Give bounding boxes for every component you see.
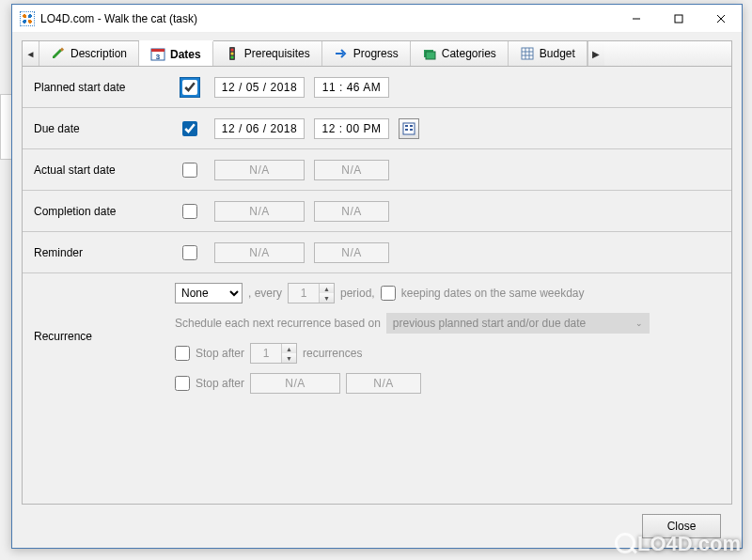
spinner-down-icon[interactable]: ▼ [282, 353, 296, 363]
tab-label: Dates [170, 48, 201, 61]
stop-after-count-label: Stop after [196, 347, 244, 360]
folder-icon [422, 46, 437, 61]
tab-label: Prerequisites [244, 47, 310, 60]
svg-text:3: 3 [156, 53, 161, 61]
stop-after-time[interactable]: N/A [346, 373, 421, 394]
calendar-icon: 3 [150, 47, 165, 62]
tab-scroll-right[interactable]: ▶ [588, 41, 604, 66]
tab-budget[interactable]: Budget [509, 41, 588, 66]
tab-label: Description [70, 47, 127, 60]
svg-rect-13 [426, 52, 435, 59]
svg-rect-19 [403, 123, 415, 134]
svg-rect-22 [405, 129, 408, 131]
recurrence-schedule-label: Schedule each next recurrence based on [175, 317, 381, 330]
spinner-down-icon[interactable]: ▼ [320, 293, 334, 303]
recurrence-frequency-select[interactable]: None [175, 283, 243, 303]
svg-point-9 [230, 48, 233, 51]
tab-description[interactable]: Description [39, 41, 139, 66]
stop-after-date-label: Stop after [196, 377, 244, 390]
completion-checkbox[interactable] [182, 204, 197, 219]
planned-start-checkbox[interactable] [182, 80, 197, 95]
tab-label: Categories [442, 47, 496, 60]
spreadsheet-icon [520, 46, 535, 61]
recurrence-label: Recurrence [34, 330, 165, 343]
due-date-picker-button[interactable] [399, 118, 419, 139]
recurrence-keeping-label: keeping dates on the same weekday [401, 287, 585, 300]
due-checkbox[interactable] [182, 121, 197, 136]
due-time[interactable]: 12 : 00 PM [314, 118, 389, 139]
dialog-footer: Close [22, 505, 732, 548]
recurrence-every-prefix: , every [248, 287, 282, 300]
svg-point-11 [230, 55, 233, 58]
tab-progress[interactable]: Progress [322, 41, 411, 66]
close-window-button[interactable] [699, 5, 742, 32]
svg-rect-20 [405, 125, 408, 127]
row-actual-start: Actual start date N/A N/A [23, 149, 731, 191]
app-icon [20, 11, 35, 26]
tab-prerequisites[interactable]: Prerequisites [213, 41, 322, 66]
tab-categories[interactable]: Categories [411, 41, 509, 66]
svg-rect-6 [151, 49, 164, 52]
stop-after-count-checkbox[interactable] [175, 346, 190, 361]
window-title: LO4D.com - Walk the cat (task) [40, 12, 615, 25]
actual-start-date[interactable]: N/A [214, 160, 305, 180]
task-dialog-window: LO4D.com - Walk the cat (task) ◄ Descrip… [11, 4, 743, 549]
svg-rect-23 [410, 129, 413, 131]
actual-start-checkbox[interactable] [182, 163, 197, 178]
row-completion: Completion date N/A N/A [23, 191, 731, 232]
minimize-button[interactable] [615, 5, 657, 32]
completion-date[interactable]: N/A [214, 201, 305, 222]
recurrence-every-value[interactable] [289, 284, 319, 303]
planned-start-checkbox-highlight [180, 77, 200, 98]
client-area: ◄ Description 3 Dates Prerequisites [12, 33, 742, 548]
maximize-button[interactable] [657, 5, 699, 32]
reminder-date[interactable]: N/A [214, 242, 305, 263]
reminder-checkbox[interactable] [182, 245, 197, 260]
recurrence-keeping-checkbox[interactable] [381, 286, 396, 301]
svg-rect-1 [675, 15, 682, 23]
actual-start-label: Actual start date [34, 163, 165, 177]
row-reminder: Reminder N/A N/A [23, 232, 731, 273]
planned-start-time[interactable]: 11 : 46 AM [314, 77, 389, 98]
recurrence-basis-select[interactable]: previous planned start and/or due date ⌄ [386, 313, 650, 334]
planned-start-label: Planned start date [34, 81, 165, 94]
tab-strip: ◄ Description 3 Dates Prerequisites [22, 40, 732, 67]
traffic-light-icon [225, 46, 240, 61]
row-planned-start: Planned start date 12 / 05 / 2018 11 : 4… [23, 67, 731, 108]
reminder-time[interactable]: N/A [314, 242, 389, 263]
close-button[interactable]: Close [642, 514, 721, 538]
due-date[interactable]: 12 / 06 / 2018 [214, 118, 305, 139]
recurrence-every-spinner[interactable]: ▲▼ [288, 283, 335, 303]
completion-time[interactable]: N/A [314, 201, 389, 222]
chevron-down-icon: ⌄ [635, 319, 643, 328]
row-due: Due date 12 / 06 / 2018 12 : 00 PM [23, 108, 731, 149]
tab-dates[interactable]: 3 Dates [139, 40, 213, 66]
title-bar: LO4D.com - Walk the cat (task) [12, 5, 742, 33]
arrow-right-icon [334, 46, 349, 61]
row-recurrence: Recurrence None , every ▲▼ period, k [23, 273, 731, 407]
stop-after-date[interactable]: N/A [250, 373, 340, 394]
stop-after-date-checkbox[interactable] [175, 376, 190, 391]
tab-label: Progress [353, 47, 399, 60]
spinner-up-icon[interactable]: ▲ [320, 284, 334, 293]
tab-scroll-left[interactable]: ◄ [23, 41, 39, 66]
stop-after-count-suffix: recurrences [303, 347, 362, 360]
dates-panel: Planned start date 12 / 05 / 2018 11 : 4… [22, 67, 732, 505]
svg-rect-21 [410, 125, 413, 127]
svg-point-10 [230, 52, 233, 54]
tab-label: Budget [540, 47, 575, 60]
pencil-icon [51, 46, 66, 61]
reminder-label: Reminder [34, 246, 165, 259]
planned-start-date[interactable]: 12 / 05 / 2018 [214, 77, 305, 98]
spinner-up-icon[interactable]: ▲ [282, 344, 296, 353]
completion-label: Completion date [34, 205, 165, 218]
stop-after-count-value[interactable] [251, 344, 281, 363]
recurrence-basis-value: previous planned start and/or due date [393, 317, 586, 330]
actual-start-time[interactable]: N/A [314, 160, 389, 180]
svg-rect-14 [522, 48, 533, 59]
stop-after-count-spinner[interactable]: ▲▼ [250, 343, 297, 364]
recurrence-every-suffix: period, [340, 287, 375, 300]
window-controls [615, 5, 742, 32]
due-label: Due date [34, 122, 165, 135]
